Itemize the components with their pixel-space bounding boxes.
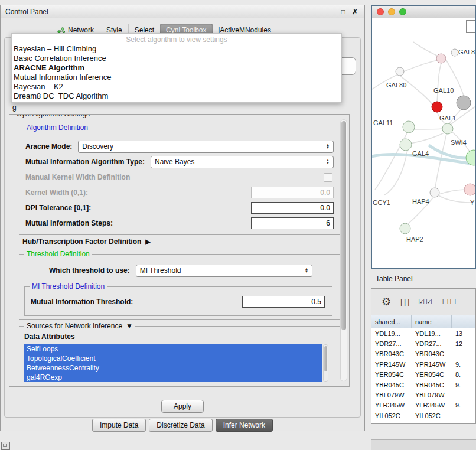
minimized-panel-icon[interactable] [1, 442, 10, 450]
cell: YPR145W [412, 361, 452, 368]
dpi-tolerance-label: DPI Tolerance [0,1]: [25, 204, 91, 212]
algorithm-definition-title: Algorithm Definition [24, 123, 90, 132]
mi-threshold-group: MI Threshold Definition Mutual Informati… [24, 286, 332, 316]
columns-icon[interactable]: ◫ [400, 296, 409, 308]
close-window-icon[interactable]: ✗ [350, 8, 360, 16]
select-all-icon[interactable]: ☑☑ [418, 298, 433, 306]
cell: YBR045C [412, 381, 452, 389]
table-row[interactable]: YBR043CYBR043C [371, 349, 475, 359]
node-label: SWI4 [451, 139, 467, 146]
network-icon [57, 27, 65, 34]
node-label: GAL8 [458, 48, 475, 56]
algorithm-option[interactable]: Dream8 DC_TDC Algorithm [12, 92, 341, 101]
algorithm-definition-group: Algorithm Definition Aracne Mode: Discov… [19, 128, 340, 235]
cell: YPR145W [371, 361, 412, 368]
tab-impute-data[interactable]: Impute Data [92, 419, 146, 432]
algorithm-option[interactable]: Mutual Information Inference [12, 73, 341, 82]
network-node[interactable] [442, 123, 453, 134]
network-node[interactable] [400, 223, 410, 234]
network-node[interactable] [430, 188, 439, 197]
algorithm-option[interactable]: Bayesian – Hill Climbing [12, 44, 341, 54]
control-panel-titlebar: Control Panel □ ✗ [1, 5, 364, 18]
network-node[interactable] [403, 121, 415, 133]
mi-steps-input[interactable] [251, 217, 334, 229]
manual-kernel-row: Manual Kernel Width Definition [19, 169, 340, 185]
sources-toggle[interactable]: Sources for Network Inference ▼ [24, 322, 135, 330]
gear-icon[interactable]: ⚙ [382, 295, 391, 308]
cyni-algorithm-settings-group: Cyni Algorithm Settings Algorithm Defini… [9, 114, 350, 387]
node-label: GAL4 [412, 150, 429, 157]
node-label: GAL10 [433, 87, 454, 94]
dpi-tolerance-input[interactable] [251, 202, 334, 214]
column-header-extra[interactable] [452, 315, 475, 328]
node-label: HAP4 [412, 198, 429, 205]
list-item[interactable]: TopologicalCoefficient [24, 354, 322, 363]
mi-type-combobox[interactable]: Naive Bayes [151, 156, 334, 168]
table-row[interactable]: YDR27...YDR27...12 [371, 338, 475, 348]
list-item[interactable]: gal4RGexp [24, 373, 322, 382]
collapsed-arrow-icon: ▶ [145, 238, 150, 246]
list-item[interactable]: SelfLoops [24, 344, 322, 354]
network-node[interactable] [436, 54, 446, 63]
table-row[interactable]: YLR345WYLR345W9. [371, 400, 475, 410]
node-label: GCY1 [373, 199, 390, 206]
table-header: shared... name [371, 315, 475, 328]
which-threshold-row: Which threshold to use: MI Threshold [19, 263, 340, 278]
cell: YIL052C [412, 412, 452, 419]
aracne-mode-combobox[interactable]: Discovery [78, 141, 334, 153]
algorithm-option-selected[interactable]: ARACNE Algorithm [12, 63, 341, 73]
table-row[interactable]: YDL19...YDL19...13 [371, 328, 475, 338]
list-item[interactable]: BetweennessCentrality [24, 363, 322, 373]
network-window-titlebar [372, 6, 475, 18]
kernel-width-input[interactable] [251, 187, 334, 198]
mi-steps-label: Mutual Information Steps: [25, 219, 113, 227]
network-node[interactable] [396, 67, 404, 76]
network-node[interactable] [457, 96, 471, 110]
table-row[interactable]: YPR145WYPR145W9. [371, 359, 475, 369]
birdseye-view[interactable] [466, 20, 476, 33]
mi-threshold-title: MI Threshold Definition [30, 282, 107, 291]
column-header-shared-name[interactable]: shared... [371, 315, 412, 328]
float-window-icon[interactable]: □ [338, 8, 348, 16]
expanded-arrow-icon: ▼ [126, 322, 133, 330]
apply-button[interactable]: Apply [161, 400, 204, 413]
manual-kernel-checkbox[interactable] [324, 173, 332, 182]
tab-infer-network[interactable]: Infer Network [216, 419, 273, 432]
algorithm-option[interactable]: Bayesian – K2 [12, 82, 341, 92]
network-node[interactable] [400, 139, 412, 151]
window-title: Control Panel [5, 8, 336, 16]
table-toolbar: ⚙ ◫ ☑☑ ☐☐ [371, 289, 475, 315]
table-row[interactable]: YER054CYER054C8. [371, 370, 475, 380]
network-canvas[interactable]: GAL8 GAL80 GAL10 GAL11 GAL1 SWI4 GAL4 GC… [372, 18, 475, 268]
node-label: GAL1 [439, 115, 456, 122]
table-row[interactable]: YBL079WYBL079W [371, 390, 475, 400]
list-scrollbar[interactable] [323, 344, 328, 382]
which-threshold-combobox[interactable]: MI Threshold [136, 265, 312, 277]
algorithm-option[interactable]: Basic Correlation Inference [12, 54, 341, 63]
network-graph: GAL8 GAL80 GAL10 GAL11 GAL1 SWI4 GAL4 GC… [372, 18, 475, 269]
network-node[interactable] [432, 102, 442, 112]
cell: 9. [452, 381, 475, 389]
network-node[interactable] [451, 49, 458, 56]
minimize-traffic-light[interactable] [388, 8, 395, 15]
deselect-all-icon[interactable]: ☐☐ [442, 298, 458, 306]
network-node[interactable] [464, 184, 475, 195]
aracne-mode-row: Aracne Mode: Discovery [19, 139, 340, 154]
column-header-name[interactable]: name [412, 315, 452, 328]
cell: YBL079W [371, 392, 412, 399]
bottom-tabs: Impute Data Discretize Data Infer Networ… [1, 419, 364, 432]
close-traffic-light[interactable] [377, 8, 384, 15]
network-view-window: GAL8 GAL80 GAL10 GAL11 GAL1 SWI4 GAL4 GC… [371, 5, 476, 269]
threshold-definition-title: Threshold Definition [24, 250, 92, 258]
table-row[interactable]: YBR045CYBR045C9. [371, 380, 475, 390]
settings-scrollbar[interactable] [340, 119, 347, 381]
covered-text-fragment: g [12, 103, 17, 112]
cell: 8. [452, 371, 475, 378]
cell: YBR043C [371, 350, 412, 357]
combo-arrows-icon [326, 144, 330, 149]
hub-definition-toggle[interactable]: Hub/Transcription Factor Definition ▶ [22, 237, 151, 246]
zoom-traffic-light[interactable] [399, 8, 406, 15]
mi-threshold-input[interactable] [242, 296, 325, 308]
table-row[interactable]: YIL052CYIL052C [371, 410, 475, 420]
tab-discretize-data[interactable]: Discretize Data [149, 419, 212, 432]
